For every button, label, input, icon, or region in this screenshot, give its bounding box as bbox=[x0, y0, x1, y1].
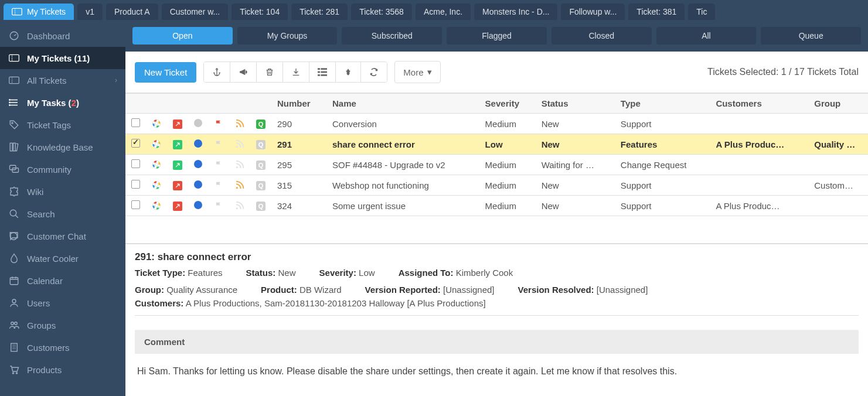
flag-icon bbox=[214, 161, 223, 169]
sidebar-item[interactable]: All Tickets› bbox=[0, 69, 125, 91]
delete-button[interactable] bbox=[257, 62, 283, 82]
list-view-button[interactable] bbox=[309, 62, 336, 82]
anchor-button[interactable] bbox=[204, 62, 230, 82]
assigned-label: Assigned To: bbox=[399, 268, 454, 278]
filter-pill[interactable]: Queue bbox=[761, 27, 861, 45]
sidebar-item[interactable]: Community bbox=[0, 158, 125, 180]
row-checkbox[interactable] bbox=[131, 180, 140, 189]
checkbox-cell[interactable] bbox=[125, 175, 146, 196]
column-header[interactable] bbox=[250, 94, 271, 114]
sidebar-item[interactable]: Groups bbox=[0, 314, 125, 336]
column-header[interactable] bbox=[146, 94, 167, 114]
top-tab[interactable]: Ticket: 281 bbox=[291, 4, 348, 20]
svg-point-6 bbox=[9, 105, 11, 106]
top-tab[interactable]: Ticket: 104 bbox=[232, 4, 288, 20]
sidebar-item[interactable]: Water Cooler bbox=[0, 247, 125, 269]
sidebar-item-label: Search bbox=[27, 209, 55, 219]
sidebar-item[interactable]: Knowledge Base bbox=[0, 136, 125, 158]
sidebar-item[interactable]: Customer Chat bbox=[0, 225, 125, 247]
product-label: Product: bbox=[261, 285, 297, 295]
column-header[interactable] bbox=[125, 94, 146, 114]
top-tabs: My Ticketsv1Product ACustomer w...Ticket… bbox=[0, 0, 868, 21]
refresh-button[interactable] bbox=[361, 62, 387, 82]
top-tab[interactable]: My Tickets bbox=[4, 4, 74, 20]
svg-rect-2 bbox=[9, 54, 19, 61]
top-tab[interactable]: Followup w... bbox=[561, 4, 625, 20]
flag-icon bbox=[214, 202, 223, 210]
filter-pill[interactable]: Flagged bbox=[447, 27, 547, 45]
announce-button[interactable] bbox=[230, 62, 257, 82]
svg-point-28 bbox=[155, 122, 158, 125]
checkbox-cell[interactable] bbox=[125, 155, 146, 175]
icon-cell bbox=[229, 196, 250, 216]
sidebar-item[interactable]: Users bbox=[0, 292, 125, 314]
checkbox-cell[interactable] bbox=[125, 114, 146, 134]
row-checkbox[interactable] bbox=[131, 118, 140, 127]
filter-pill[interactable]: Closed bbox=[552, 27, 652, 45]
top-tab[interactable]: Product A bbox=[106, 4, 158, 20]
status-cell: New bbox=[536, 114, 615, 134]
sidebar-item[interactable]: Ticket Tags bbox=[0, 114, 125, 136]
pin-button[interactable] bbox=[336, 62, 361, 82]
table-row[interactable]: Q295SOF #44848 - Upgrade to v2MediumWait… bbox=[125, 155, 868, 175]
sidebar-item-label: Groups bbox=[27, 320, 56, 330]
more-button[interactable]: More▾ bbox=[394, 61, 440, 83]
customers-value: A Plus Productions, Sam-20181130-2018120… bbox=[186, 298, 486, 308]
column-header[interactable]: Customers bbox=[710, 94, 808, 114]
sidebar-item[interactable]: My Tasks (2) bbox=[0, 91, 125, 114]
new-ticket-button[interactable]: New Ticket bbox=[135, 62, 196, 83]
column-header[interactable] bbox=[229, 94, 250, 114]
row-checkbox[interactable] bbox=[131, 200, 140, 209]
sidebar-item-label: Customers bbox=[27, 343, 70, 353]
rss-icon bbox=[235, 201, 244, 210]
tickets-grid[interactable]: NumberNameSeverityStatusTypeCustomersGro… bbox=[125, 93, 868, 243]
column-header[interactable]: Status bbox=[536, 94, 615, 114]
table-row[interactable]: Q315Webshop not functioningMediumNewSupp… bbox=[125, 175, 868, 196]
customers-cell bbox=[710, 175, 808, 196]
row-checkbox[interactable] bbox=[131, 139, 140, 148]
top-tab[interactable]: Acme, Inc. bbox=[416, 4, 471, 20]
filter-pill[interactable]: All bbox=[656, 27, 757, 45]
icon-cell: Q bbox=[250, 155, 271, 175]
column-header[interactable]: Number bbox=[271, 94, 326, 114]
table-row[interactable]: Q324Some urgent issueMediumNewSupportA P… bbox=[125, 196, 868, 216]
sidebar-item[interactable]: Search bbox=[0, 203, 125, 225]
group-cell: Quality … bbox=[808, 134, 868, 155]
filter-pill[interactable]: Open bbox=[132, 27, 233, 45]
status-dot-icon bbox=[194, 201, 202, 211]
top-tab[interactable]: Ticket: 3568 bbox=[351, 4, 412, 20]
table-row[interactable]: Q290ConversionMediumNewSupport27013/30 bbox=[125, 114, 868, 134]
download-button[interactable] bbox=[283, 62, 309, 82]
sidebar-item[interactable]: Wiki bbox=[0, 180, 125, 203]
top-tab[interactable]: Tic bbox=[688, 4, 715, 20]
column-header[interactable]: Group bbox=[808, 94, 868, 114]
top-tab[interactable]: Monsters Inc - D... bbox=[474, 4, 557, 20]
severity-cell: Low bbox=[479, 134, 536, 155]
status-cell: Waiting for … bbox=[536, 155, 615, 175]
checkbox-cell[interactable] bbox=[125, 134, 146, 155]
column-header[interactable]: Name bbox=[326, 94, 479, 114]
filter-pill[interactable]: My Groups bbox=[237, 27, 338, 45]
checkbox-cell[interactable] bbox=[125, 196, 146, 216]
filter-pill[interactable]: Subscribed bbox=[342, 27, 442, 45]
row-checkbox[interactable] bbox=[131, 159, 140, 168]
name-cell: Conversion bbox=[326, 114, 479, 134]
top-tab[interactable]: Customer w... bbox=[162, 4, 229, 20]
column-header[interactable] bbox=[208, 94, 229, 114]
sidebar-item[interactable]: Customers bbox=[0, 336, 125, 359]
column-header[interactable] bbox=[188, 94, 208, 114]
top-tab[interactable]: Ticket: 381 bbox=[628, 4, 685, 20]
svg-rect-25 bbox=[318, 74, 320, 76]
column-header[interactable] bbox=[167, 94, 188, 114]
sidebar-item[interactable]: Calendar bbox=[0, 269, 125, 292]
svg-point-19 bbox=[16, 373, 17, 374]
sidebar-item[interactable]: Dashboard bbox=[0, 25, 125, 47]
top-tab[interactable]: v1 bbox=[77, 4, 103, 20]
sidebar-item[interactable]: My Tickets (11) bbox=[0, 47, 125, 69]
column-header[interactable]: Type bbox=[615, 94, 710, 114]
name-cell: Webshop not functioning bbox=[326, 175, 479, 196]
column-header[interactable]: Severity bbox=[479, 94, 536, 114]
table-row[interactable]: Q291share connect errorLowNewFeaturesA P… bbox=[125, 134, 868, 155]
sidebar-item[interactable]: Products bbox=[0, 359, 125, 381]
ticket-detail: 291: share connect error Ticket Type: Fe… bbox=[125, 243, 868, 396]
